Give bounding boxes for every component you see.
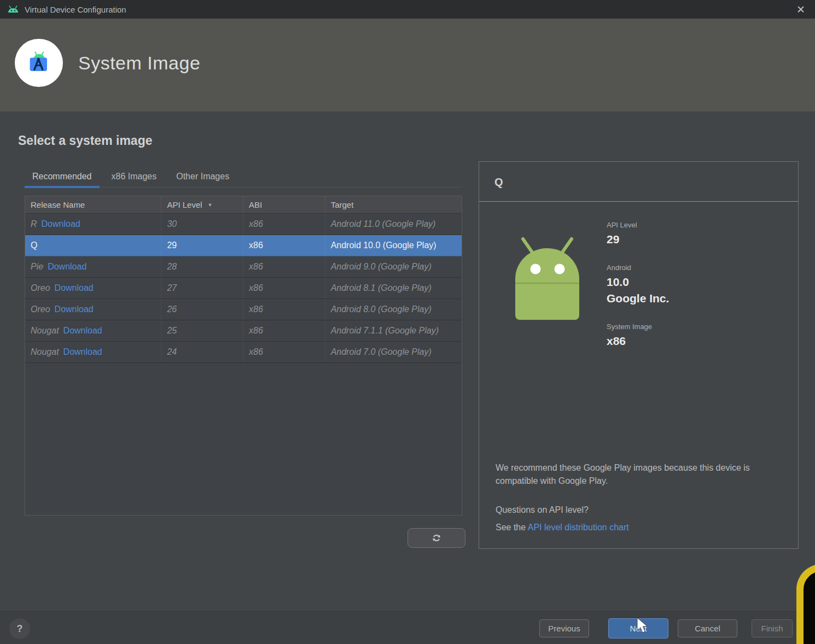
target-cell: Android 10.0 (Google Play) bbox=[325, 235, 462, 256]
abi-cell: x86 bbox=[243, 342, 325, 362]
column-label: ABI bbox=[249, 200, 262, 209]
api-level-label: API Level bbox=[607, 221, 669, 229]
android-studio-logo-icon bbox=[22, 46, 55, 79]
section-heading: Select a system image bbox=[18, 133, 152, 148]
android-robot-icon bbox=[511, 235, 584, 320]
finish-button[interactable]: Finish bbox=[752, 619, 793, 637]
tab-recommended[interactable]: Recommended bbox=[25, 166, 100, 187]
column-header-abi[interactable]: ABI bbox=[243, 196, 325, 213]
column-header-release-name[interactable]: Release Name bbox=[25, 196, 161, 213]
target-cell: Android 7.1.1 (Google Play) bbox=[325, 320, 462, 341]
download-link[interactable]: Download bbox=[42, 219, 80, 229]
detail-fields: API Level 29 Android 10.0 Google Inc. Sy… bbox=[607, 221, 669, 348]
target-cell: Android 7.0 (Google Play) bbox=[325, 342, 462, 362]
cancel-button[interactable]: Cancel bbox=[678, 619, 737, 637]
api-level-cell: 27 bbox=[161, 278, 243, 298]
page-title: System Image bbox=[78, 52, 200, 74]
previous-button[interactable]: Previous bbox=[539, 619, 589, 637]
window-title: Virtual Device Configuration bbox=[25, 5, 126, 14]
close-icon[interactable]: ✕ bbox=[793, 3, 808, 16]
image-tabs: Recommended x86 Images Other Images bbox=[25, 166, 462, 188]
release-name: R bbox=[31, 219, 37, 229]
wizard-header: System Image bbox=[0, 19, 815, 112]
download-link[interactable]: Download bbox=[63, 326, 102, 336]
help-button[interactable]: ? bbox=[9, 618, 30, 639]
android-head-icon bbox=[7, 4, 20, 15]
release-name-cell: NougatDownload bbox=[25, 320, 161, 341]
mouse-cursor-icon bbox=[636, 618, 650, 634]
tab-other-images[interactable]: Other Images bbox=[168, 166, 237, 187]
release-name-cell: PieDownload bbox=[25, 256, 161, 277]
release-name: Q bbox=[31, 241, 37, 250]
release-name: Nougat bbox=[31, 347, 59, 357]
abi-cell: x86 bbox=[243, 235, 325, 256]
target-cell: Android 8.0 (Google Play) bbox=[325, 299, 462, 320]
release-name: Nougat bbox=[31, 326, 59, 336]
api-level-cell: 26 bbox=[161, 299, 243, 320]
column-header-api-level[interactable]: API Level ▼ bbox=[161, 196, 243, 213]
abi-cell: x86 bbox=[243, 299, 325, 320]
detail-divider bbox=[479, 201, 798, 202]
abi-cell: x86 bbox=[243, 278, 325, 298]
column-label: API Level bbox=[167, 200, 202, 209]
tab-x86-images[interactable]: x86 Images bbox=[104, 166, 165, 187]
table-row[interactable]: PieDownload28x86Android 9.0 (Google Play… bbox=[25, 256, 462, 278]
release-name-cell: RDownload bbox=[25, 214, 161, 235]
android-label: Android bbox=[607, 264, 669, 272]
target-cell: Android 8.1 (Google Play) bbox=[325, 278, 462, 298]
download-link[interactable]: Download bbox=[55, 305, 94, 314]
vendor-value: Google Inc. bbox=[607, 292, 669, 305]
release-name-cell: OreoDownload bbox=[25, 299, 161, 320]
api-level-cell: 25 bbox=[161, 320, 243, 341]
virtual-device-configuration-dialog: { "titlebar": { "title": "Virtual Device… bbox=[0, 0, 815, 644]
target-cell: Android 9.0 (Google Play) bbox=[325, 256, 462, 277]
see-the-line: See the API level distribution chart bbox=[496, 523, 629, 532]
android-version-value: 10.0 bbox=[607, 276, 669, 289]
system-image-table: Release Name API Level ▼ ABI Target RDow… bbox=[25, 196, 462, 516]
column-label: Target bbox=[331, 200, 354, 209]
question-mark-icon: ? bbox=[17, 623, 23, 635]
abi-cell: x86 bbox=[243, 214, 325, 235]
system-image-label: System Image bbox=[607, 323, 669, 331]
table-row[interactable]: OreoDownload26x86Android 8.0 (Google Pla… bbox=[25, 299, 462, 320]
highlight-overlay bbox=[796, 564, 815, 644]
release-name: Pie bbox=[31, 262, 43, 272]
download-link[interactable]: Download bbox=[55, 283, 94, 293]
column-label: Release Name bbox=[31, 200, 85, 209]
table-row[interactable]: NougatDownload25x86Android 7.1.1 (Google… bbox=[25, 320, 462, 342]
release-name: Oreo bbox=[31, 283, 50, 293]
api-level-cell: 30 bbox=[161, 214, 243, 235]
download-link[interactable]: Download bbox=[48, 262, 86, 272]
titlebar: Virtual Device Configuration ✕ bbox=[0, 0, 815, 19]
table-row[interactable]: NougatDownload24x86Android 7.0 (Google P… bbox=[25, 342, 462, 363]
release-name: Oreo bbox=[31, 305, 50, 314]
api-level-cell: 28 bbox=[161, 256, 243, 277]
detail-title: Q bbox=[494, 176, 503, 189]
api-distribution-chart-link[interactable]: API level distribution chart bbox=[528, 523, 629, 532]
column-header-target[interactable]: Target bbox=[325, 196, 462, 213]
refresh-icon bbox=[431, 532, 442, 543]
android-studio-logo bbox=[15, 39, 63, 87]
table-row[interactable]: RDownload30x86Android 11.0 (Google Play) bbox=[25, 214, 462, 235]
abi-value: x86 bbox=[607, 335, 669, 348]
abi-cell: x86 bbox=[243, 320, 325, 341]
api-level-cell: 29 bbox=[161, 235, 243, 256]
release-name-cell: NougatDownload bbox=[25, 342, 161, 362]
api-level-cell: 24 bbox=[161, 342, 243, 362]
table-header-row: Release Name API Level ▼ ABI Target bbox=[25, 196, 462, 214]
recommendation-text: We recommend these Google Play images be… bbox=[496, 461, 777, 488]
api-question-text: Questions on API level? bbox=[496, 505, 589, 515]
sort-desc-icon: ▼ bbox=[208, 202, 213, 208]
system-image-table-body: RDownload30x86Android 11.0 (Google Play)… bbox=[25, 214, 462, 363]
release-name-cell: Q bbox=[25, 235, 161, 256]
api-level-value: 29 bbox=[607, 233, 669, 246]
table-row[interactable]: Q29x86Android 10.0 (Google Play) bbox=[25, 235, 462, 256]
release-name-cell: OreoDownload bbox=[25, 278, 161, 298]
see-prefix: See the bbox=[496, 523, 526, 532]
abi-cell: x86 bbox=[243, 256, 325, 277]
download-link[interactable]: Download bbox=[63, 347, 102, 357]
table-row[interactable]: OreoDownload27x86Android 8.1 (Google Pla… bbox=[25, 278, 462, 299]
refresh-button[interactable] bbox=[408, 528, 465, 548]
target-cell: Android 11.0 (Google Play) bbox=[325, 214, 462, 235]
selected-image-detail-panel: Q API Level 29 Android 10.0 Google Inc. … bbox=[479, 161, 799, 549]
